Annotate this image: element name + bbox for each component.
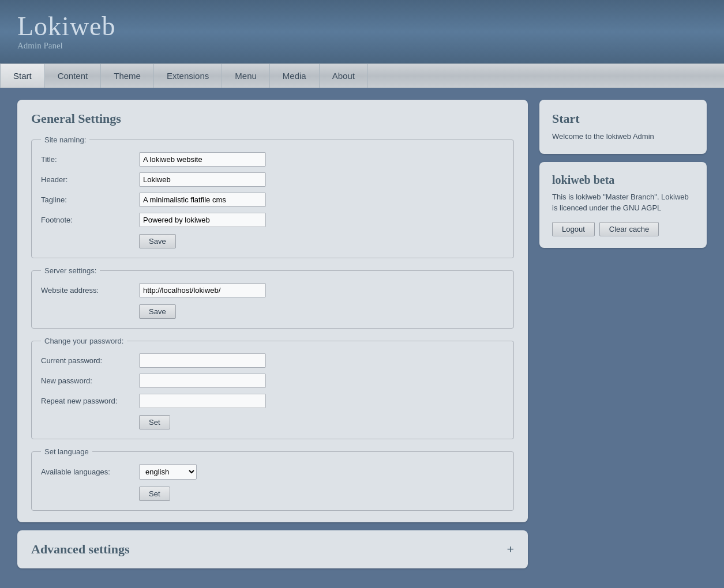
- password-btn-row: Set: [41, 415, 504, 429]
- new-password-label: New password:: [41, 376, 139, 385]
- language-row: Available languages: english: [41, 464, 504, 480]
- header-label: Header:: [41, 175, 139, 184]
- nav-item-extensions[interactable]: Extensions: [154, 64, 222, 88]
- repeat-password-label: Repeat new password:: [41, 397, 139, 405]
- left-panel: General Settings Site naming: Title: Hea…: [17, 100, 528, 568]
- website-address-label: Website address:: [41, 286, 139, 295]
- site-naming-btn-row: Save: [41, 234, 504, 248]
- clear-cache-button[interactable]: Clear cache: [599, 222, 659, 236]
- language-select[interactable]: english: [139, 464, 197, 480]
- page-content: General Settings Site naming: Title: Hea…: [0, 88, 724, 580]
- nav-item-content[interactable]: Content: [45, 64, 102, 88]
- website-address-row: Website address:: [41, 283, 504, 297]
- repeat-password-row: Repeat new password:: [41, 394, 504, 408]
- new-password-row: New password:: [41, 374, 504, 388]
- beta-card-text: This is lokiweb "Master Branch". Lokiweb…: [552, 191, 694, 214]
- nav-item-theme[interactable]: Theme: [101, 64, 154, 88]
- current-password-input[interactable]: [139, 353, 266, 368]
- beta-btn-row: Logout Clear cache: [552, 222, 694, 236]
- title-row: Title:: [41, 152, 504, 167]
- site-naming-fieldset: Site naming: Title: Header: Tagline: Foo…: [31, 135, 514, 258]
- general-settings-card: General Settings Site naming: Title: Hea…: [17, 100, 528, 522]
- set-language-button[interactable]: Set: [139, 487, 170, 501]
- tagline-label: Tagline:: [41, 195, 139, 204]
- logout-button[interactable]: Logout: [552, 222, 595, 236]
- server-settings-legend: Server settings:: [41, 266, 100, 275]
- change-password-legend: Change your password:: [41, 337, 127, 345]
- set-language-fieldset: Set language Available languages: englis…: [31, 447, 514, 511]
- current-password-row: Current password:: [41, 353, 504, 368]
- new-password-input[interactable]: [139, 374, 266, 388]
- general-settings-title: General Settings: [31, 111, 514, 126]
- server-settings-fieldset: Server settings: Website address: Save: [31, 266, 514, 329]
- language-btn-row: Set: [41, 487, 504, 501]
- save-site-naming-button[interactable]: Save: [139, 234, 176, 248]
- title-input[interactable]: [139, 152, 266, 167]
- start-card-text: Welcome to the lokiweb Admin: [552, 131, 694, 142]
- website-address-input[interactable]: [139, 283, 266, 297]
- set-language-legend: Set language: [41, 447, 92, 456]
- footnote-input[interactable]: [139, 213, 266, 227]
- server-btn-row: Save: [41, 304, 504, 319]
- site-naming-legend: Site naming:: [41, 135, 89, 144]
- site-header: Lokiweb Admin Panel: [0, 0, 724, 63]
- nav-item-about[interactable]: About: [320, 64, 368, 88]
- set-password-button[interactable]: Set: [139, 415, 170, 429]
- site-title: Lokiweb: [17, 13, 116, 40]
- footnote-row: Footnote:: [41, 213, 504, 227]
- advanced-settings-title: Advanced settings: [31, 542, 130, 557]
- nav-item-start[interactable]: Start: [0, 64, 45, 88]
- right-panel: Start Welcome to the lokiweb Admin lokiw…: [539, 100, 707, 248]
- tagline-input[interactable]: [139, 193, 266, 207]
- start-card: Start Welcome to the lokiweb Admin: [539, 100, 707, 154]
- beta-card: lokiweb beta This is lokiweb "Master Bra…: [539, 162, 707, 248]
- expand-icon: +: [507, 542, 514, 557]
- footnote-label: Footnote:: [41, 216, 139, 224]
- title-label: Title:: [41, 155, 139, 164]
- tagline-row: Tagline:: [41, 193, 504, 207]
- start-card-title: Start: [552, 111, 694, 126]
- site-subtitle: Admin Panel: [17, 41, 116, 51]
- beta-card-title: lokiweb beta: [552, 174, 694, 187]
- save-server-button[interactable]: Save: [139, 304, 176, 319]
- nav-item-menu[interactable]: Menu: [222, 64, 270, 88]
- current-password-label: Current password:: [41, 356, 139, 365]
- header-input[interactable]: [139, 172, 266, 187]
- repeat-password-input[interactable]: [139, 394, 266, 408]
- change-password-fieldset: Change your password: Current password: …: [31, 337, 514, 439]
- advanced-settings-card[interactable]: Advanced settings +: [17, 530, 528, 568]
- main-nav: Start Content Theme Extensions Menu Medi…: [0, 63, 724, 88]
- nav-item-media[interactable]: Media: [270, 64, 320, 88]
- header-row: Header:: [41, 172, 504, 187]
- available-languages-label: Available languages:: [41, 468, 139, 476]
